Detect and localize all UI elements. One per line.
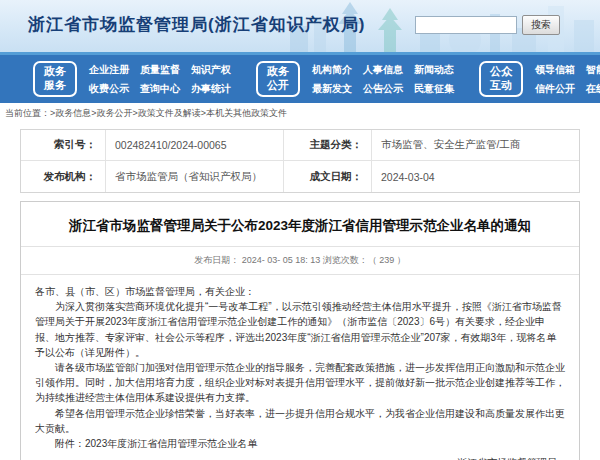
meta-value-topic: 市场监管、安全生产监管/工商: [371, 130, 579, 161]
nav-link[interactable]: 质量监督: [140, 63, 180, 77]
nav-link[interactable]: 信件公开: [535, 82, 575, 96]
meta-label-topic: 主题分类：: [283, 130, 371, 161]
nav-links: 机构简介 人事信息 新闻动态 最新发文 公告公示 民意征集: [312, 63, 454, 96]
nav-link[interactable]: 知识产权: [191, 63, 231, 77]
nav-group-zhengwugongkai: 政务 公开 机构简介 人事信息 新闻动态 最新发文 公告公示 民意征集: [256, 61, 454, 97]
meta-label-issuer: 发布机构：: [21, 161, 105, 192]
nav-link[interactable]: 民意征集: [414, 82, 454, 96]
nav-link[interactable]: 办事统计: [191, 82, 231, 96]
meta-label-date: 成文日期：: [283, 161, 371, 192]
nav-section-gongzhonghudong[interactable]: 公众 互动: [479, 61, 523, 97]
nav-link[interactable]: 人事信息: [363, 63, 403, 77]
nav-section-zhengwufuwu[interactable]: 政务 服务: [33, 61, 77, 97]
nav-link[interactable]: 领导信箱: [535, 63, 575, 77]
nav-link[interactable]: 在线访谈: [586, 82, 600, 96]
nav-section-zhengwugongkai[interactable]: 政务 公开: [256, 61, 300, 97]
site-header: 浙江省市场监督管理局(浙江省知识产权局) 搜索: [0, 0, 600, 52]
salutation: 各市、县（市、区）市场监督管理局，有关企业：: [35, 284, 565, 299]
paragraph: 请各级市场监管部门加强对信用管理示范企业的指导服务，完善配套政策措施，进一步发挥…: [35, 360, 565, 406]
search-button[interactable]: 搜索: [522, 15, 560, 35]
nav-link[interactable]: 最新发文: [312, 82, 352, 96]
nav-group-zhengwufuwu: 政务 服务 企业注册 质量监督 知识产权 收费公示 查询中心 办事统计: [33, 61, 231, 97]
nav-link[interactable]: 新闻动态: [414, 63, 454, 77]
search-bar: 搜索: [415, 15, 560, 35]
site-title: 浙江省市场监督管理局(浙江省知识产权局): [28, 13, 365, 36]
document-body: 各市、县（市、区）市场监督管理局，有关企业： 为深入贯彻落实营商环境优化提升“一…: [21, 275, 579, 451]
search-input[interactable]: [415, 16, 517, 34]
attachment-inline: 附件：2023年度浙江省信用管理示范企业名单: [35, 436, 565, 451]
nav-links: 领导信箱 智能问答 知识百科 信件公开 在线访谈 新闻发布会: [535, 63, 600, 96]
signer: 浙江省市场监督管理局: [21, 454, 557, 460]
nav-links: 企业注册 质量监督 知识产权 收费公示 查询中心 办事统计: [89, 63, 231, 96]
document-meta-table: 索引号： 002482410/2024-00065 主题分类： 市场监管、安全生…: [20, 129, 580, 193]
document-box: 浙江省市场监督管理局关于公布2023年度浙江省信用管理示范企业名单的通知 发布日…: [20, 201, 580, 460]
nav-group-gongzhonghudong: 公众 互动 领导信箱 智能问答 知识百科 信件公开 在线访谈 新闻发布会: [479, 61, 600, 97]
nav-link[interactable]: 企业注册: [89, 63, 129, 77]
publish-info: 发布日期： 2024- 03- 05 18: 13 浏览次数：（ 239 ）: [21, 247, 579, 275]
nav-link[interactable]: 查询中心: [140, 82, 180, 96]
nav-link[interactable]: 机构简介: [312, 63, 352, 77]
meta-value-date: 2024-03-04: [371, 161, 579, 192]
nav-link[interactable]: 收费公示: [89, 82, 129, 96]
meta-value-index-no: 002482410/2024-00065: [105, 130, 283, 161]
paragraph: 希望各信用管理示范企业珍惜荣誉，当好表率，进一步提升信用合规水平，为我省企业信用…: [35, 406, 565, 436]
document-title: 浙江省市场监督管理局关于公布2023年度浙江省信用管理示范企业名单的通知: [21, 202, 579, 247]
nav-link[interactable]: 智能问答: [586, 63, 600, 77]
meta-value-issuer: 省市场监管局（省知识产权局）: [105, 161, 283, 192]
breadcrumb[interactable]: 当前位置：>政务信息>政务公开>政策文件及解读>本机关其他政策文件: [0, 103, 600, 124]
page: 浙江省市场监督管理局(浙江省知识产权局) 搜索 政务 服务 企业注册 质量监督 …: [0, 0, 600, 460]
meta-label-index-no: 索引号：: [21, 130, 105, 161]
signature-block: 浙江省市场监督管理局 2024年3月4日: [21, 454, 579, 460]
paragraph: 为深入贯彻落实营商环境优化提升“一号改革工程”，以示范引领推动经营主体信用水平提…: [35, 299, 565, 360]
nav-link[interactable]: 公告公示: [363, 82, 403, 96]
main-nav: 政务 服务 企业注册 质量监督 知识产权 收费公示 查询中心 办事统计 政务 公…: [0, 52, 600, 103]
